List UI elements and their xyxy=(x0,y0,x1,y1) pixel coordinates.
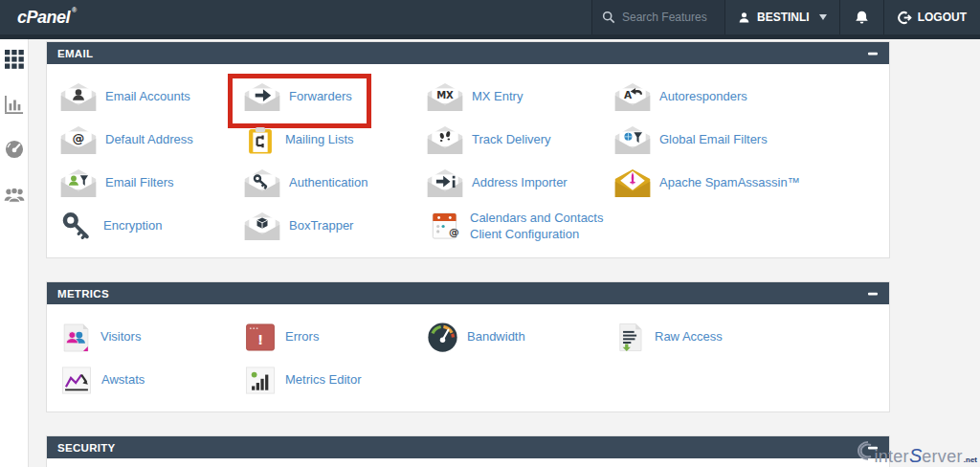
top-bar: cPanel® BESTINLI LOGOUT xyxy=(0,0,980,34)
search-icon xyxy=(602,11,615,24)
gauge-icon xyxy=(5,140,24,159)
sidebar-item-dashboard[interactable] xyxy=(4,139,25,160)
cpanel-logo-text: cPanel xyxy=(17,8,70,28)
app-item-email-accounts[interactable]: Email Accounts xyxy=(56,82,240,112)
authentication-icon xyxy=(244,168,280,198)
logout-icon xyxy=(898,11,912,25)
metrics-editor-icon xyxy=(244,366,277,395)
app-item-metrics-editor[interactable]: Metrics Editor xyxy=(240,366,423,395)
email-section-header[interactable]: EMAIL xyxy=(47,42,889,64)
app-item-forwarders[interactable]: Forwarders xyxy=(240,82,423,112)
app-item-default-address[interactable]: @ Default Address xyxy=(56,125,240,155)
logout-button[interactable]: LOGOUT xyxy=(883,0,980,34)
app-item-errors[interactable]: ! Errors xyxy=(240,322,423,352)
registered-mark: ® xyxy=(72,7,77,13)
interserver-watermark: interServer.net xyxy=(853,439,977,467)
boxtrapper-icon xyxy=(244,211,280,241)
interserver-swoosh-icon xyxy=(853,439,874,462)
app-item-address-importer[interactable]: Address Importer xyxy=(423,168,611,198)
app-item-mx-entry[interactable]: MX MX Entry xyxy=(423,82,611,112)
metrics-section: METRICS Visitors ! Errors Bandwidth Raw … xyxy=(46,281,890,412)
chevron-down-icon xyxy=(819,14,827,20)
sidebar xyxy=(0,39,29,467)
cpanel-logo[interactable]: cPanel® xyxy=(0,0,94,34)
email-accounts-icon xyxy=(60,82,97,112)
app-item-encryption[interactable]: Encryption xyxy=(56,211,240,241)
sidebar-item-statistics[interactable] xyxy=(4,94,25,115)
email-filters-icon xyxy=(60,168,97,198)
collapse-metrics-button[interactable] xyxy=(867,288,879,300)
svg-text:!: ! xyxy=(257,332,263,347)
bandwidth-icon xyxy=(427,322,458,353)
app-item-awstats[interactable]: Awstats xyxy=(56,366,240,395)
default-address-icon: @ xyxy=(60,125,97,155)
sidebar-item-apps[interactable] xyxy=(4,49,25,70)
app-item-email-filters[interactable]: Email Filters xyxy=(56,168,240,198)
app-item-bandwidth[interactable]: Bandwidth xyxy=(423,322,611,353)
mailing-lists-icon xyxy=(244,125,277,156)
watermark-s: S xyxy=(909,445,922,467)
apache-spamassassin-icon xyxy=(614,168,651,198)
metrics-section-title: METRICS xyxy=(57,288,109,300)
svg-text:@: @ xyxy=(449,226,459,238)
search-input[interactable] xyxy=(622,11,720,24)
encryption-icon xyxy=(60,211,95,241)
visitors-icon xyxy=(60,322,92,353)
security-section-body xyxy=(47,458,889,467)
app-item-visitors[interactable]: Visitors xyxy=(56,322,240,353)
logout-label: LOGOUT xyxy=(918,11,967,24)
svg-text:@: @ xyxy=(73,131,85,145)
forwarders-icon xyxy=(244,82,280,112)
watermark-text2: erver xyxy=(922,447,963,467)
autoresponders-icon: A xyxy=(614,82,651,112)
metrics-items-grid: Visitors ! Errors Bandwidth Raw Access A… xyxy=(56,316,881,402)
app-item-raw-access[interactable]: Raw Access xyxy=(611,322,881,353)
email-section-title: EMAIL xyxy=(57,48,93,59)
bell-icon xyxy=(855,10,869,25)
watermark-text: inter xyxy=(874,447,909,467)
address-importer-icon xyxy=(427,168,463,198)
security-section: SECURITY xyxy=(46,435,890,467)
errors-icon: ! xyxy=(244,322,277,352)
app-item-apache-spamassassin[interactable]: Apache SpamAssassin™ xyxy=(611,168,881,198)
app-item-track-delivery[interactable]: Track Delivery xyxy=(423,125,611,155)
search-box[interactable] xyxy=(591,0,725,34)
svg-text:MX: MX xyxy=(436,90,454,100)
main-content: EMAIL Email Accounts Forwarders MX MX En… xyxy=(29,39,980,467)
security-section-header[interactable]: SECURITY xyxy=(47,436,889,458)
users-icon xyxy=(4,186,25,204)
collapse-email-button[interactable] xyxy=(867,48,879,59)
sidebar-item-user-manager[interactable] xyxy=(4,184,25,205)
app-item-boxtrapper[interactable]: BoxTrapper xyxy=(240,211,423,241)
raw-access-icon xyxy=(614,322,646,353)
grid-icon xyxy=(5,50,24,69)
mx-entry-icon: MX xyxy=(427,82,463,112)
app-item-global-email-filters[interactable]: Global Email Filters xyxy=(611,125,881,155)
topbar-spacer xyxy=(94,0,591,34)
global-email-filters-icon xyxy=(614,125,651,155)
email-section: EMAIL Email Accounts Forwarders MX MX En… xyxy=(46,41,890,258)
awstats-icon xyxy=(60,366,93,395)
track-delivery-icon xyxy=(427,125,463,155)
metrics-section-header[interactable]: METRICS xyxy=(47,282,889,304)
username-label: BESTINLI xyxy=(757,11,810,24)
app-item-authentication[interactable]: Authentication xyxy=(240,168,423,198)
app-item-autoresponders[interactable]: A Autoresponders xyxy=(611,82,881,112)
user-menu[interactable]: BESTINLI xyxy=(725,0,839,34)
user-icon xyxy=(738,11,750,24)
app-item-mailing-lists[interactable]: Mailing Lists xyxy=(240,125,423,156)
bar-chart-icon xyxy=(5,96,24,114)
email-items-grid: Email Accounts Forwarders MX MX Entry A … xyxy=(56,76,881,248)
watermark-net: .net xyxy=(964,456,977,464)
app-item-calendars-and-contacts[interactable]: @ Calendars and Contacts Client Configur… xyxy=(423,211,611,242)
calendars-and-contacts-icon: @ xyxy=(427,211,461,242)
security-section-title: SECURITY xyxy=(57,442,116,454)
notifications-button[interactable] xyxy=(839,0,883,34)
